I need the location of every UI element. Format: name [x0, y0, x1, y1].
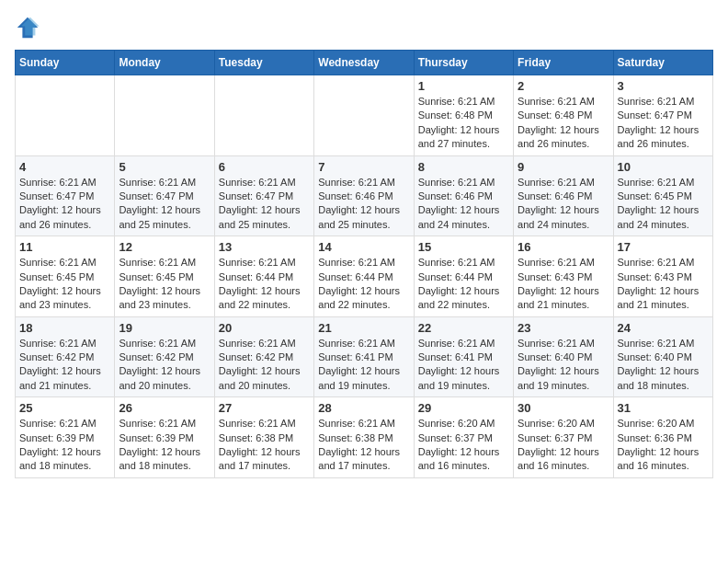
weekday-header-saturday: Saturday — [613, 51, 712, 75]
day-number: 18 — [19, 321, 110, 335]
day-info: Sunrise: 6:21 AM Sunset: 6:44 PM Dayligh… — [418, 256, 509, 313]
day-info: Sunrise: 6:21 AM Sunset: 6:44 PM Dayligh… — [219, 256, 310, 313]
day-number: 28 — [318, 401, 409, 415]
weekday-header-friday: Friday — [514, 51, 613, 75]
day-number: 1 — [418, 79, 509, 93]
day-info: Sunrise: 6:21 AM Sunset: 6:43 PM Dayligh… — [518, 256, 609, 313]
calendar-week-1: 1Sunrise: 6:21 AM Sunset: 6:48 PM Daylig… — [16, 75, 713, 156]
calendar-cell — [115, 75, 214, 156]
day-number: 27 — [219, 401, 310, 415]
calendar-cell: 19Sunrise: 6:21 AM Sunset: 6:42 PM Dayli… — [115, 316, 214, 397]
day-info: Sunrise: 6:21 AM Sunset: 6:47 PM Dayligh… — [618, 95, 709, 152]
day-number: 17 — [618, 240, 709, 254]
calendar-cell: 3Sunrise: 6:21 AM Sunset: 6:47 PM Daylig… — [613, 75, 712, 156]
calendar-cell: 1Sunrise: 6:21 AM Sunset: 6:48 PM Daylig… — [414, 75, 513, 156]
calendar-cell: 10Sunrise: 6:21 AM Sunset: 6:45 PM Dayli… — [613, 155, 712, 236]
day-info: Sunrise: 6:21 AM Sunset: 6:46 PM Dayligh… — [418, 176, 509, 233]
calendar-week-4: 18Sunrise: 6:21 AM Sunset: 6:42 PM Dayli… — [16, 316, 713, 397]
day-info: Sunrise: 6:21 AM Sunset: 6:42 PM Dayligh… — [19, 337, 110, 394]
calendar-cell: 23Sunrise: 6:21 AM Sunset: 6:40 PM Dayli… — [514, 316, 613, 397]
day-number: 13 — [219, 240, 310, 254]
calendar-cell: 13Sunrise: 6:21 AM Sunset: 6:44 PM Dayli… — [214, 236, 313, 317]
day-info: Sunrise: 6:20 AM Sunset: 6:36 PM Dayligh… — [618, 417, 709, 474]
weekday-header-tuesday: Tuesday — [214, 51, 313, 75]
day-info: Sunrise: 6:21 AM Sunset: 6:38 PM Dayligh… — [219, 417, 310, 474]
day-info: Sunrise: 6:21 AM Sunset: 6:38 PM Dayligh… — [318, 417, 409, 474]
calendar-cell — [214, 75, 313, 156]
day-number: 14 — [318, 240, 409, 254]
day-number: 5 — [119, 160, 210, 174]
day-number: 2 — [518, 79, 609, 93]
day-number: 8 — [418, 160, 509, 174]
calendar-cell: 24Sunrise: 6:21 AM Sunset: 6:40 PM Dayli… — [613, 316, 712, 397]
calendar-cell — [314, 75, 414, 156]
calendar-cell: 20Sunrise: 6:21 AM Sunset: 6:42 PM Dayli… — [214, 316, 313, 397]
calendar-cell: 16Sunrise: 6:21 AM Sunset: 6:43 PM Dayli… — [514, 236, 613, 317]
page-header — [15, 15, 713, 40]
day-info: Sunrise: 6:21 AM Sunset: 6:39 PM Dayligh… — [119, 417, 210, 474]
calendar-cell: 29Sunrise: 6:20 AM Sunset: 6:37 PM Dayli… — [414, 397, 513, 478]
day-number: 15 — [418, 240, 509, 254]
calendar-cell: 26Sunrise: 6:21 AM Sunset: 6:39 PM Dayli… — [115, 397, 214, 478]
calendar-cell: 8Sunrise: 6:21 AM Sunset: 6:46 PM Daylig… — [414, 155, 513, 236]
day-info: Sunrise: 6:21 AM Sunset: 6:39 PM Dayligh… — [19, 417, 110, 474]
day-info: Sunrise: 6:21 AM Sunset: 6:46 PM Dayligh… — [518, 176, 609, 233]
day-info: Sunrise: 6:20 AM Sunset: 6:37 PM Dayligh… — [518, 417, 609, 474]
day-number: 20 — [219, 321, 310, 335]
day-info: Sunrise: 6:21 AM Sunset: 6:42 PM Dayligh… — [119, 337, 210, 394]
calendar-week-2: 4Sunrise: 6:21 AM Sunset: 6:47 PM Daylig… — [16, 155, 713, 236]
day-info: Sunrise: 6:21 AM Sunset: 6:43 PM Dayligh… — [618, 256, 709, 313]
day-number: 16 — [518, 240, 609, 254]
calendar-cell: 4Sunrise: 6:21 AM Sunset: 6:47 PM Daylig… — [16, 155, 115, 236]
day-number: 19 — [119, 321, 210, 335]
calendar-cell: 18Sunrise: 6:21 AM Sunset: 6:42 PM Dayli… — [16, 316, 115, 397]
day-number: 31 — [618, 401, 709, 415]
calendar-cell: 2Sunrise: 6:21 AM Sunset: 6:48 PM Daylig… — [514, 75, 613, 156]
day-info: Sunrise: 6:21 AM Sunset: 6:41 PM Dayligh… — [418, 337, 509, 394]
day-info: Sunrise: 6:21 AM Sunset: 6:48 PM Dayligh… — [418, 95, 509, 152]
calendar-header: SundayMondayTuesdayWednesdayThursdayFrid… — [16, 51, 713, 75]
day-number: 22 — [418, 321, 509, 335]
day-number: 10 — [618, 160, 709, 174]
logo-icon — [15, 15, 40, 40]
weekday-header-wednesday: Wednesday — [314, 51, 414, 75]
calendar-cell — [16, 75, 115, 156]
day-info: Sunrise: 6:20 AM Sunset: 6:37 PM Dayligh… — [418, 417, 509, 474]
day-number: 11 — [19, 240, 110, 254]
day-info: Sunrise: 6:21 AM Sunset: 6:47 PM Dayligh… — [19, 176, 110, 233]
calendar-body: 1Sunrise: 6:21 AM Sunset: 6:48 PM Daylig… — [16, 75, 713, 478]
day-number: 29 — [418, 401, 509, 415]
calendar-cell: 21Sunrise: 6:21 AM Sunset: 6:41 PM Dayli… — [314, 316, 414, 397]
day-info: Sunrise: 6:21 AM Sunset: 6:44 PM Dayligh… — [318, 256, 409, 313]
calendar-cell: 22Sunrise: 6:21 AM Sunset: 6:41 PM Dayli… — [414, 316, 513, 397]
calendar-cell: 28Sunrise: 6:21 AM Sunset: 6:38 PM Dayli… — [314, 397, 414, 478]
calendar-cell: 14Sunrise: 6:21 AM Sunset: 6:44 PM Dayli… — [314, 236, 414, 317]
day-info: Sunrise: 6:21 AM Sunset: 6:48 PM Dayligh… — [518, 95, 609, 152]
calendar-cell: 5Sunrise: 6:21 AM Sunset: 6:47 PM Daylig… — [115, 155, 214, 236]
calendar-cell: 25Sunrise: 6:21 AM Sunset: 6:39 PM Dayli… — [16, 397, 115, 478]
day-number: 4 — [19, 160, 110, 174]
day-number: 26 — [119, 401, 210, 415]
day-info: Sunrise: 6:21 AM Sunset: 6:46 PM Dayligh… — [318, 176, 409, 233]
calendar-table: SundayMondayTuesdayWednesdayThursdayFrid… — [15, 50, 713, 478]
day-info: Sunrise: 6:21 AM Sunset: 6:42 PM Dayligh… — [219, 337, 310, 394]
calendar-cell: 11Sunrise: 6:21 AM Sunset: 6:45 PM Dayli… — [16, 236, 115, 317]
day-number: 6 — [219, 160, 310, 174]
calendar-cell: 12Sunrise: 6:21 AM Sunset: 6:45 PM Dayli… — [115, 236, 214, 317]
day-info: Sunrise: 6:21 AM Sunset: 6:45 PM Dayligh… — [618, 176, 709, 233]
day-number: 23 — [518, 321, 609, 335]
day-number: 3 — [618, 79, 709, 93]
calendar-cell: 15Sunrise: 6:21 AM Sunset: 6:44 PM Dayli… — [414, 236, 513, 317]
logo — [15, 15, 44, 40]
day-info: Sunrise: 6:21 AM Sunset: 6:45 PM Dayligh… — [119, 256, 210, 313]
day-number: 24 — [618, 321, 709, 335]
calendar-week-3: 11Sunrise: 6:21 AM Sunset: 6:45 PM Dayli… — [16, 236, 713, 317]
calendar-cell: 17Sunrise: 6:21 AM Sunset: 6:43 PM Dayli… — [613, 236, 712, 317]
calendar-cell: 6Sunrise: 6:21 AM Sunset: 6:47 PM Daylig… — [214, 155, 313, 236]
calendar-cell: 7Sunrise: 6:21 AM Sunset: 6:46 PM Daylig… — [314, 155, 414, 236]
day-number: 9 — [518, 160, 609, 174]
calendar-cell: 27Sunrise: 6:21 AM Sunset: 6:38 PM Dayli… — [214, 397, 313, 478]
day-info: Sunrise: 6:21 AM Sunset: 6:45 PM Dayligh… — [19, 256, 110, 313]
weekday-header-row: SundayMondayTuesdayWednesdayThursdayFrid… — [16, 51, 713, 75]
day-info: Sunrise: 6:21 AM Sunset: 6:40 PM Dayligh… — [518, 337, 609, 394]
